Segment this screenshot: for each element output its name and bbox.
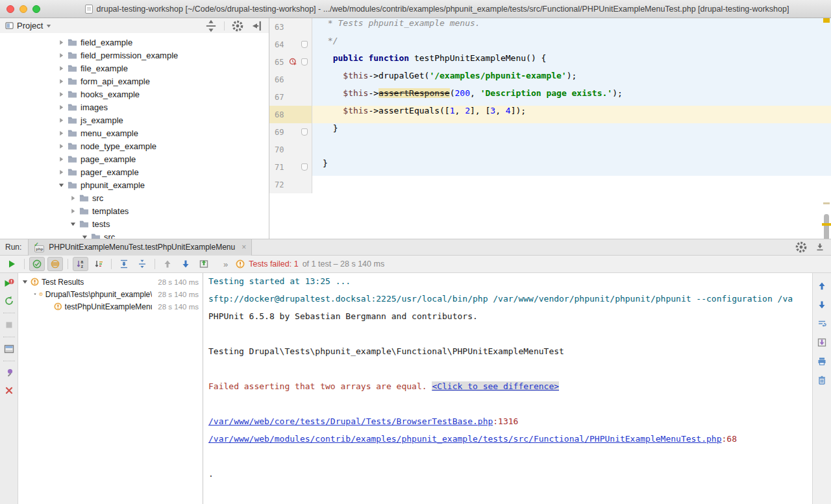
editor-gutter[interactable]: 69 — [269, 123, 312, 141]
expand-arrow-icon[interactable] — [34, 291, 36, 297]
code-fold-marker-icon[interactable] — [301, 58, 308, 66]
test-console-output[interactable]: Testing started at 13:25 ...sftp://docke… — [203, 273, 812, 504]
rerun-button-vertical[interactable] — [3, 294, 16, 307]
soft-wrap-toggle[interactable] — [815, 317, 828, 330]
import-test-results-button[interactable] — [196, 257, 212, 271]
print-button[interactable] — [815, 355, 828, 368]
editor-line[interactable]: 69 } — [269, 123, 831, 141]
project-tree-item[interactable]: templates — [0, 204, 269, 217]
project-dropdown-chevron-icon[interactable] — [46, 23, 51, 29]
editor-gutter[interactable]: 65 — [269, 53, 312, 71]
editor-gutter[interactable]: 66 — [269, 71, 312, 88]
minimize-window-button[interactable] — [19, 5, 27, 13]
editor-line[interactable]: 72 — [269, 176, 831, 193]
close-run-panel-button[interactable] — [3, 384, 16, 397]
editor-vertical-scrollbar[interactable] — [824, 214, 829, 239]
down-stacktrace-button[interactable] — [815, 298, 828, 311]
project-tree-item[interactable]: node_type_example — [0, 139, 269, 152]
console-link[interactable]: <Click to see difference> — [432, 381, 559, 391]
editor-line[interactable]: 65 public function testPhpUnitExampleMen… — [269, 53, 831, 71]
collapse-arrow-icon[interactable] — [58, 78, 64, 84]
project-tree-item[interactable]: src — [0, 230, 269, 239]
test-tree-row[interactable]: Test Results 28 s 140 ms — [18, 276, 203, 288]
error-stripe-highlight-mark[interactable] — [822, 223, 831, 226]
editor-gutter[interactable]: 70 — [269, 141, 312, 158]
pin-tab-button[interactable] — [3, 366, 16, 379]
editor-line[interactable]: 64 */ — [269, 36, 831, 53]
editor-gutter[interactable]: 72 — [269, 176, 312, 193]
expand-all-button[interactable] — [116, 257, 132, 271]
project-tree-item[interactable]: form_api_example — [0, 75, 269, 88]
close-window-button[interactable] — [6, 5, 14, 13]
editor-line[interactable]: 66 $this->drupalGet('/examples/phpunit-e… — [269, 71, 831, 88]
editor-gutter[interactable]: 63 — [269, 18, 312, 36]
collapse-arrow-icon[interactable] — [58, 53, 64, 58]
project-tree-item[interactable]: images — [0, 101, 269, 114]
project-tree-item[interactable]: pager_example — [0, 165, 269, 178]
project-panel-title[interactable]: Project — [17, 21, 43, 30]
sort-alphabetically-toggle[interactable] — [73, 257, 88, 271]
project-tree-item[interactable]: menu_example — [0, 126, 269, 139]
collapse-arrow-icon[interactable] — [70, 195, 76, 201]
next-failed-test-button[interactable] — [178, 257, 193, 271]
expand-arrow-icon[interactable] — [22, 279, 28, 285]
editor-line[interactable]: 70 — [269, 141, 831, 158]
restore-layout-button[interactable] — [3, 342, 16, 355]
project-tree-item[interactable]: field_example — [0, 36, 269, 49]
collapse-arrow-icon[interactable] — [58, 117, 64, 123]
sort-by-duration-toggle[interactable] — [91, 257, 106, 271]
collapse-arrow-icon[interactable] — [58, 143, 64, 149]
hide-run-panel-icon[interactable] — [815, 243, 825, 252]
editor-gutter[interactable]: 71 — [269, 158, 312, 176]
collapse-arrow-icon[interactable] — [58, 104, 64, 110]
project-tree-item[interactable]: field_permission_example — [0, 49, 269, 62]
project-tree-item[interactable]: src — [0, 191, 269, 204]
scroll-to-end-button[interactable] — [815, 336, 828, 349]
editor-line[interactable]: 63 * Tests phpunit_example menus. — [269, 18, 831, 36]
clear-all-button[interactable] — [815, 374, 828, 387]
rerun-failed-test-gutter-icon[interactable] — [289, 58, 297, 66]
collapse-arrow-icon[interactable] — [70, 208, 76, 214]
run-tab[interactable]: php✓ PHPUnitExampleMenuTest.testPhpUnitE… — [28, 239, 252, 256]
error-stripe-warning-mark[interactable] — [823, 18, 830, 23]
hide-panel-icon[interactable] — [251, 19, 264, 32]
project-settings-gear-icon[interactable] — [231, 19, 244, 32]
code-fold-marker-icon[interactable] — [301, 128, 308, 136]
run-tab-close-icon[interactable]: × — [242, 243, 246, 252]
collapse-arrow-icon[interactable] — [58, 91, 64, 97]
editor-line[interactable]: 68 $this->assertEquals([1, 2], [3, 4]); — [269, 106, 831, 123]
project-tree-item[interactable]: tests — [0, 217, 269, 230]
editor-gutter[interactable]: 67 — [269, 88, 312, 106]
project-tree-item[interactable]: page_example — [0, 152, 269, 165]
editor-gutter[interactable]: 68 — [269, 106, 312, 123]
editor-line[interactable]: 71 } — [269, 158, 831, 176]
code-fold-marker-icon[interactable] — [301, 41, 308, 48]
expand-arrow-icon[interactable] — [70, 221, 76, 227]
collapse-arrow-icon[interactable] — [58, 130, 64, 136]
code-editor[interactable]: 63 * Tests phpunit_example menus. 64 */ … — [269, 18, 831, 239]
console-link[interactable]: /var/www/web/modules/contrib/examples/ph… — [208, 434, 722, 444]
run-settings-gear-icon[interactable] — [795, 241, 808, 254]
project-tree-item[interactable]: file_example — [0, 62, 269, 75]
code-fold-marker-icon[interactable] — [301, 163, 308, 171]
error-stripe-mark[interactable] — [823, 202, 830, 204]
test-tree-row[interactable]: Drupal\Tests\phpunit_example\Functional\… — [18, 288, 203, 300]
expand-arrow-icon[interactable] — [82, 234, 88, 239]
project-tree-item[interactable]: hooks_example — [0, 88, 269, 101]
editor-gutter[interactable]: 64 — [269, 36, 312, 53]
expand-arrow-icon[interactable] — [58, 182, 64, 188]
test-tree-row[interactable]: testPhpUnitExampleMenu 28 s 140 ms — [18, 300, 203, 313]
previous-failed-test-button[interactable] — [160, 257, 175, 271]
zoom-window-button[interactable] — [32, 5, 40, 13]
collapse-arrow-icon[interactable] — [58, 156, 64, 162]
collapse-arrow-icon[interactable] — [58, 40, 64, 45]
rerun-failed-tests-button[interactable] — [3, 277, 16, 290]
up-stacktrace-button[interactable] — [815, 280, 828, 293]
console-link[interactable]: /var/www/web/core/tests/Drupal/Tests/Bro… — [208, 416, 493, 426]
collapse-all-button[interactable] — [134, 257, 150, 271]
collapse-arrow-icon[interactable] — [58, 66, 64, 71]
stop-button[interactable] — [3, 318, 16, 331]
toolbar-overflow-chevron[interactable]: » — [223, 259, 228, 269]
rerun-button[interactable] — [4, 257, 19, 271]
show-ignored-toggle[interactable] — [47, 257, 63, 271]
